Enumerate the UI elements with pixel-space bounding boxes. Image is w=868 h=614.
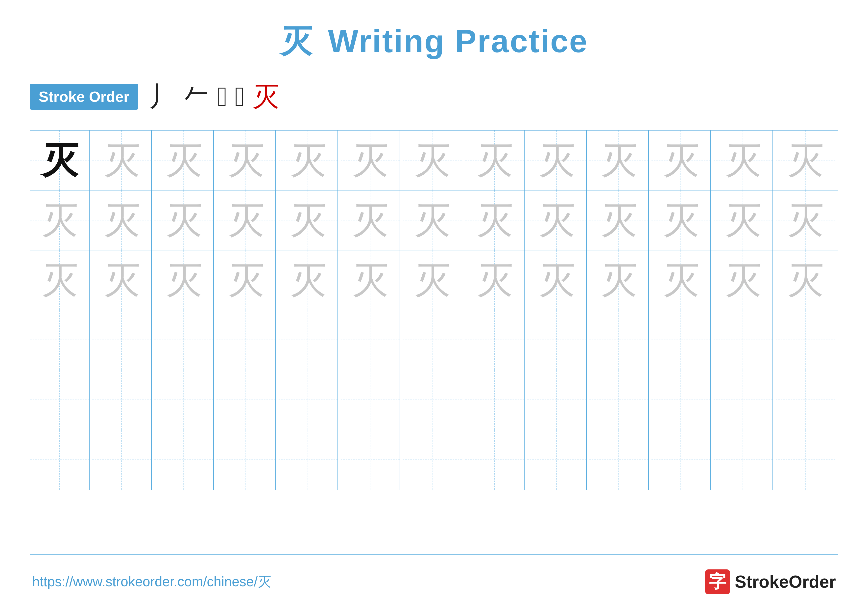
grid-cell-2-3[interactable]: 灭 bbox=[154, 190, 214, 250]
grid-cell-2-12[interactable]: 灭 bbox=[714, 190, 773, 250]
grid-cell-3-13[interactable]: 灭 bbox=[776, 250, 835, 310]
grid-cell-5-1[interactable] bbox=[30, 370, 90, 430]
grid-cell-4-7[interactable] bbox=[403, 310, 462, 370]
grid-cell-5-2[interactable] bbox=[92, 370, 152, 430]
stroke-4: 𠃍 bbox=[235, 81, 245, 112]
grid-cell-1-7[interactable]: 灭 bbox=[403, 131, 462, 190]
grid-cell-3-6[interactable]: 灭 bbox=[341, 250, 400, 310]
title-section: 灭 Writing Practice bbox=[30, 20, 838, 64]
grid-cell-2-9[interactable]: 灭 bbox=[527, 190, 587, 250]
grid-cell-3-10[interactable]: 灭 bbox=[589, 250, 649, 310]
stroke-order-badge: Stroke Order bbox=[30, 84, 138, 110]
guide-char: 灭 bbox=[538, 202, 575, 239]
grid-cell-2-5[interactable]: 灭 bbox=[279, 190, 338, 250]
guide-char: 灭 bbox=[538, 141, 575, 179]
grid-cell-5-6[interactable] bbox=[341, 370, 400, 430]
footer-url[interactable]: https://www.strokeorder.com/chinese/灭 bbox=[32, 573, 271, 591]
grid-cell-1-9[interactable]: 灭 bbox=[527, 131, 587, 190]
grid-cell-1-2[interactable]: 灭 bbox=[92, 131, 152, 190]
grid-cell-6-8[interactable] bbox=[465, 430, 525, 490]
grid-cell-5-13[interactable] bbox=[776, 370, 835, 430]
guide-char: 灭 bbox=[724, 202, 762, 239]
grid-cell-5-9[interactable] bbox=[527, 370, 587, 430]
guide-char: 灭 bbox=[724, 261, 762, 299]
grid-cell-5-7[interactable] bbox=[403, 370, 462, 430]
grid-cell-3-11[interactable]: 灭 bbox=[651, 250, 711, 310]
guide-char: 灭 bbox=[787, 261, 824, 299]
grid-cell-4-13[interactable] bbox=[776, 310, 835, 370]
grid-cell-5-3[interactable] bbox=[154, 370, 214, 430]
grid-cell-6-3[interactable] bbox=[154, 430, 214, 490]
grid-cell-4-2[interactable] bbox=[92, 310, 152, 370]
grid-row-2: 灭 灭 灭 灭 灭 灭 灭 灭 灭 灭 灭 灭 灭 bbox=[30, 190, 838, 250]
grid-cell-3-4[interactable]: 灭 bbox=[217, 250, 276, 310]
grid-cell-5-12[interactable] bbox=[714, 370, 773, 430]
grid-cell-3-1[interactable]: 灭 bbox=[30, 250, 90, 310]
grid-cell-3-8[interactable]: 灭 bbox=[465, 250, 525, 310]
grid-cell-4-12[interactable] bbox=[714, 310, 773, 370]
guide-char: 灭 bbox=[352, 261, 389, 299]
grid-cell-4-10[interactable] bbox=[589, 310, 649, 370]
grid-row-3: 灭 灭 灭 灭 灭 灭 灭 灭 灭 灭 灭 灭 灭 bbox=[30, 250, 838, 310]
grid-cell-1-12[interactable]: 灭 bbox=[714, 131, 773, 190]
grid-cell-5-11[interactable] bbox=[651, 370, 711, 430]
grid-cell-6-7[interactable] bbox=[403, 430, 462, 490]
guide-char: 灭 bbox=[165, 141, 202, 179]
grid-cell-4-11[interactable] bbox=[651, 310, 711, 370]
grid-cell-3-9[interactable]: 灭 bbox=[527, 250, 587, 310]
grid-cell-3-2[interactable]: 灭 bbox=[92, 250, 152, 310]
guide-char: 灭 bbox=[414, 202, 451, 239]
grid-cell-3-12[interactable]: 灭 bbox=[714, 250, 773, 310]
stroke-chars: 丿 𠂉 𠃊 𠃍 灭 bbox=[148, 78, 279, 115]
grid-cell-2-11[interactable]: 灭 bbox=[651, 190, 711, 250]
grid-cell-1-10[interactable]: 灭 bbox=[589, 131, 649, 190]
grid-cell-1-13[interactable]: 灭 bbox=[776, 131, 835, 190]
grid-cell-6-2[interactable] bbox=[92, 430, 152, 490]
grid-cell-6-5[interactable] bbox=[279, 430, 338, 490]
grid-cell-5-5[interactable] bbox=[279, 370, 338, 430]
grid-cell-1-8[interactable]: 灭 bbox=[465, 131, 525, 190]
grid-cell-6-13[interactable] bbox=[776, 430, 835, 490]
grid-cell-6-1[interactable] bbox=[30, 430, 90, 490]
grid-cell-2-4[interactable]: 灭 bbox=[217, 190, 276, 250]
grid-cell-4-1[interactable] bbox=[30, 310, 90, 370]
grid-cell-4-8[interactable] bbox=[465, 310, 525, 370]
grid-cell-1-1[interactable]: 灭 bbox=[30, 131, 90, 190]
guide-char: 灭 bbox=[662, 202, 699, 239]
stroke-2: 𠂉 bbox=[183, 81, 210, 112]
grid-cell-6-4[interactable] bbox=[217, 430, 276, 490]
grid-cell-6-9[interactable] bbox=[527, 430, 587, 490]
logo-icon: 字 bbox=[705, 569, 730, 594]
grid-cell-2-2[interactable]: 灭 bbox=[92, 190, 152, 250]
grid-cell-5-8[interactable] bbox=[465, 370, 525, 430]
guide-char: 灭 bbox=[414, 141, 451, 179]
grid-cell-1-6[interactable]: 灭 bbox=[341, 131, 400, 190]
grid-cell-6-11[interactable] bbox=[651, 430, 711, 490]
guide-char: 灭 bbox=[662, 141, 699, 179]
grid-cell-3-7[interactable]: 灭 bbox=[403, 250, 462, 310]
grid-cell-1-5[interactable]: 灭 bbox=[279, 131, 338, 190]
grid-cell-5-10[interactable] bbox=[589, 370, 649, 430]
grid-cell-6-10[interactable] bbox=[589, 430, 649, 490]
grid-cell-1-3[interactable]: 灭 bbox=[154, 131, 214, 190]
grid-cell-4-5[interactable] bbox=[279, 310, 338, 370]
grid-cell-5-4[interactable] bbox=[217, 370, 276, 430]
grid-cell-4-4[interactable] bbox=[217, 310, 276, 370]
grid-cell-3-3[interactable]: 灭 bbox=[154, 250, 214, 310]
grid-cell-3-5[interactable]: 灭 bbox=[279, 250, 338, 310]
grid-cell-2-8[interactable]: 灭 bbox=[465, 190, 525, 250]
guide-char: 灭 bbox=[227, 141, 265, 179]
grid-cell-6-12[interactable] bbox=[714, 430, 773, 490]
grid-cell-6-6[interactable] bbox=[341, 430, 400, 490]
grid-cell-2-7[interactable]: 灭 bbox=[403, 190, 462, 250]
grid-cell-2-6[interactable]: 灭 bbox=[341, 190, 400, 250]
grid-cell-2-10[interactable]: 灭 bbox=[589, 190, 649, 250]
grid-cell-2-13[interactable]: 灭 bbox=[776, 190, 835, 250]
grid-cell-4-3[interactable] bbox=[154, 310, 214, 370]
grid-cell-4-6[interactable] bbox=[341, 310, 400, 370]
grid-cell-1-11[interactable]: 灭 bbox=[651, 131, 711, 190]
grid-cell-1-4[interactable]: 灭 bbox=[217, 131, 276, 190]
grid-cell-4-9[interactable] bbox=[527, 310, 587, 370]
grid-cell-2-1[interactable]: 灭 bbox=[30, 190, 90, 250]
guide-char: 灭 bbox=[600, 202, 637, 239]
